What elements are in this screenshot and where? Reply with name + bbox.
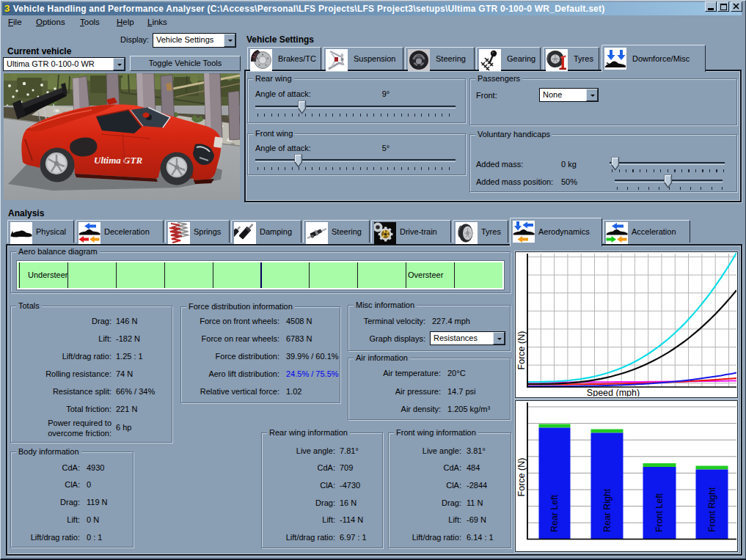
svg-text:Force (N): Force (N) — [516, 331, 527, 370]
svg-text:Front Right: Front Right — [707, 487, 717, 532]
svg-text:Ultima GTR: Ultima GTR — [94, 155, 142, 166]
svg-text:Rear Left: Rear Left — [549, 494, 560, 532]
svg-text:Force (N): Force (N) — [516, 458, 527, 497]
svg-text:Rear Right: Rear Right — [602, 488, 612, 532]
svg-text:Front Left: Front Left — [654, 493, 665, 532]
svg-text:Speed (mph): Speed (mph) — [587, 388, 640, 397]
